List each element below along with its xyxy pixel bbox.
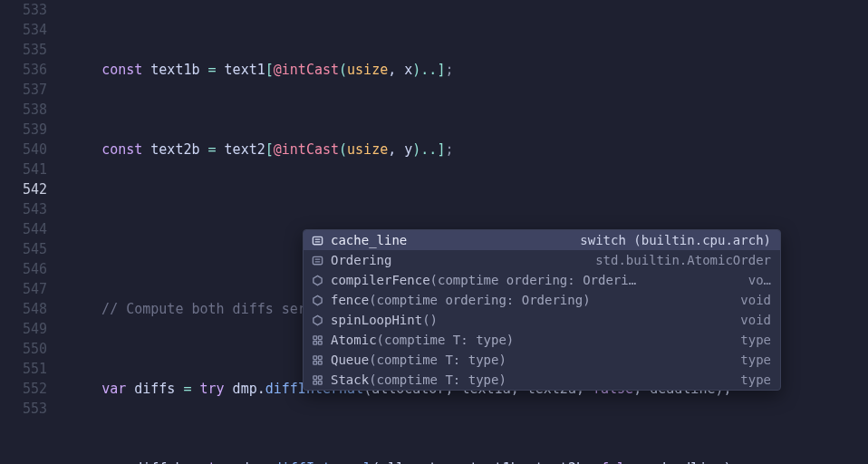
line-533: const text1b = text1[@intCast(usize, x).… <box>69 60 868 80</box>
line-538: var diffsb = try dmp.diffInternal(alloca… <box>69 459 868 464</box>
line-number: 547 <box>0 279 47 299</box>
completion-signature: (comptime ordering: Orderi… <box>430 271 741 289</box>
completion-item[interactable]: fence(comptime ordering: Ordering)void <box>304 290 780 310</box>
completion-signature: (comptime ordering: Ordering) <box>369 291 733 309</box>
svg-rect-12 <box>318 341 322 344</box>
line-number-gutter: 5335345355365375385395405415425435445455… <box>0 0 69 464</box>
code-area[interactable]: const text1b = text1[@intCast(usize, x).… <box>69 0 868 464</box>
line-number: 546 <box>0 259 47 279</box>
function-icon <box>309 295 325 306</box>
completion-item[interactable]: Atomic(comptime T: type)type <box>304 330 780 350</box>
completion-return-type: std.builtin.AtomicOrder <box>595 251 771 269</box>
completion-return-type: switch (builtin.cpu.arch) <box>580 231 771 249</box>
svg-rect-18 <box>318 375 322 379</box>
completion-item[interactable]: spinLoopHint()void <box>304 310 780 330</box>
completion-label: spinLoopHint <box>331 311 422 329</box>
completion-popup[interactable]: cache_lineswitch (builtin.cpu.arch)Order… <box>303 229 781 391</box>
completion-label: Atomic <box>331 331 377 349</box>
line-number: 553 <box>0 399 47 419</box>
line-number: 534 <box>0 20 47 40</box>
svg-marker-7 <box>313 295 321 304</box>
completion-return-type: type <box>740 331 771 349</box>
line-number: 550 <box>0 339 47 359</box>
line-534: const text2b = text2[@intCast(usize, y).… <box>69 140 868 160</box>
line-number: 542 <box>0 179 47 199</box>
line-number: 533 <box>0 0 47 20</box>
completion-signature: (comptime T: type) <box>369 371 733 389</box>
line-number: 551 <box>0 359 47 379</box>
completion-return-type: type <box>740 351 771 369</box>
completion-item[interactable]: cache_lineswitch (builtin.cpu.arch) <box>304 230 780 250</box>
type-icon <box>309 374 325 386</box>
completion-return-type: void <box>740 291 771 309</box>
completion-label: Ordering <box>331 251 391 269</box>
svg-rect-15 <box>313 361 316 364</box>
svg-rect-9 <box>313 335 316 339</box>
function-icon <box>309 314 325 326</box>
completion-item[interactable]: compilerFence(comptime ordering: Orderi…… <box>304 270 780 290</box>
line-number: 544 <box>0 219 47 239</box>
completion-item[interactable]: Stack(comptime T: type)type <box>304 370 780 390</box>
line-number: 537 <box>0 80 47 100</box>
svg-rect-14 <box>318 355 322 359</box>
constant-icon <box>309 235 325 246</box>
type-icon <box>309 354 325 366</box>
completion-label: cache_line <box>331 231 407 249</box>
line-number: 540 <box>0 140 47 160</box>
line-number: 538 <box>0 100 47 120</box>
line-number: 552 <box>0 379 47 399</box>
svg-rect-16 <box>318 361 322 364</box>
completion-label: compilerFence <box>331 271 430 289</box>
svg-rect-13 <box>313 355 316 359</box>
completion-item[interactable]: Orderingstd.builtin.AtomicOrder <box>304 250 780 270</box>
completion-return-type: vo… <box>748 271 771 289</box>
line-number: 536 <box>0 60 47 80</box>
completion-signature: (comptime T: type) <box>369 351 733 369</box>
completion-return-type: void <box>740 311 771 329</box>
completion-return-type: type <box>740 371 771 389</box>
line-number: 545 <box>0 239 47 259</box>
svg-rect-20 <box>318 381 322 384</box>
svg-rect-0 <box>313 237 322 244</box>
type-icon <box>309 334 325 346</box>
svg-marker-8 <box>313 315 321 324</box>
line-number: 535 <box>0 40 47 60</box>
line-number: 539 <box>0 120 47 140</box>
svg-rect-3 <box>313 256 322 264</box>
function-icon <box>309 275 325 286</box>
line-number: 543 <box>0 199 47 219</box>
completion-signature: () <box>422 311 733 329</box>
svg-rect-17 <box>313 375 316 379</box>
svg-rect-19 <box>313 381 316 384</box>
svg-rect-10 <box>318 335 322 339</box>
svg-marker-6 <box>313 276 321 285</box>
constant-icon <box>309 255 325 266</box>
completion-label: fence <box>331 291 369 309</box>
line-number: 548 <box>0 299 47 319</box>
completion-item[interactable]: Queue(comptime T: type)type <box>304 350 780 370</box>
code-editor: 5335345355365375385395405415425435445455… <box>0 0 868 464</box>
completion-signature: (comptime T: type) <box>377 331 734 349</box>
line-number: 541 <box>0 160 47 179</box>
completion-label: Stack <box>331 371 369 389</box>
line-number: 549 <box>0 319 47 339</box>
completion-label: Queue <box>331 351 369 369</box>
svg-rect-11 <box>313 341 316 344</box>
